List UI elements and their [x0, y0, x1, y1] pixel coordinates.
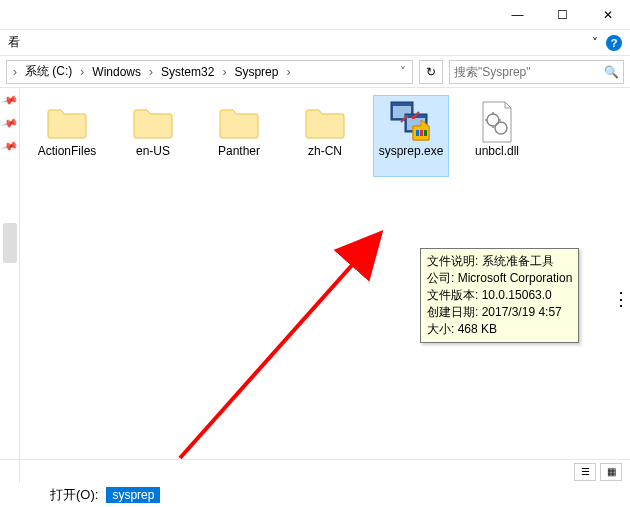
chevron-icon: ›: [284, 65, 292, 79]
chevron-icon: ›: [78, 65, 86, 79]
pin-icon[interactable]: 📌: [0, 114, 19, 132]
minimize-button[interactable]: —: [495, 0, 540, 30]
dll-icon: [473, 100, 521, 144]
chevron-icon: ›: [147, 65, 155, 79]
close-button[interactable]: ✕: [585, 0, 630, 30]
search-icon[interactable]: 🔍: [604, 65, 619, 79]
file-item-sysprep[interactable]: sysprep.exe: [374, 96, 448, 176]
breadcrumb-dropdown-icon[interactable]: ˅: [398, 65, 408, 79]
svg-rect-4: [416, 130, 419, 136]
item-label: ActionFiles: [36, 144, 99, 158]
right-edge-decoration: ⋮: [612, 288, 630, 310]
chevron-icon: ›: [11, 65, 19, 79]
svg-rect-6: [424, 130, 427, 136]
folder-icon: [129, 100, 177, 144]
file-list: ActionFiles en-US Panther zh-CN: [20, 88, 630, 483]
tooltip-company: 公司: Microsoft Corporation: [427, 270, 572, 287]
chevron-icon: ›: [220, 65, 228, 79]
breadcrumb-item[interactable]: 系统 (C:): [21, 63, 76, 80]
item-label: zh-CN: [306, 144, 344, 158]
address-bar: › 系统 (C:) › Windows › System32 › Sysprep…: [0, 56, 630, 88]
open-input[interactable]: sysprep: [106, 487, 160, 503]
item-label: sysprep.exe: [377, 144, 446, 158]
view-details-button[interactable]: ☰: [574, 463, 596, 481]
breadcrumb-item[interactable]: Sysprep: [230, 65, 282, 79]
folder-icon: [43, 100, 91, 144]
nav-sidebar: 📌 📌 📌: [0, 88, 20, 483]
item-label: Panther: [216, 144, 262, 158]
folder-icon: [301, 100, 349, 144]
exe-icon: [387, 100, 435, 144]
pin-icon[interactable]: 📌: [0, 91, 19, 109]
tooltip-size: 大小: 468 KB: [427, 321, 572, 338]
pin-icon[interactable]: 📌: [0, 137, 19, 155]
open-label: 打开(O):: [50, 486, 98, 504]
file-item-dll[interactable]: unbcl.dll: [460, 96, 534, 176]
bottom-bar: 打开(O): sysprep: [0, 483, 630, 507]
refresh-button[interactable]: ↻: [419, 60, 443, 84]
svg-rect-5: [420, 130, 423, 136]
maximize-button[interactable]: ☐: [540, 0, 585, 30]
tooltip-description: 文件说明: 系统准备工具: [427, 253, 572, 270]
ribbon: 看 ˅ ?: [0, 30, 630, 56]
breadcrumb-item[interactable]: System32: [157, 65, 218, 79]
item-label: unbcl.dll: [473, 144, 521, 158]
tooltip-date: 创建日期: 2017/3/19 4:57: [427, 304, 572, 321]
tooltip-version: 文件版本: 10.0.15063.0: [427, 287, 572, 304]
folder-item[interactable]: en-US: [116, 96, 190, 176]
ribbon-expand-icon[interactable]: ˅: [592, 36, 598, 50]
view-icons-button[interactable]: ▦: [600, 463, 622, 481]
folder-icon: [215, 100, 263, 144]
folder-item[interactable]: ActionFiles: [30, 96, 104, 176]
folder-item[interactable]: zh-CN: [288, 96, 362, 176]
titlebar: — ☐ ✕: [0, 0, 630, 30]
folder-item[interactable]: Panther: [202, 96, 276, 176]
item-label: en-US: [134, 144, 172, 158]
status-bar: ☰ ▦: [0, 459, 630, 483]
breadcrumb-item[interactable]: Windows: [88, 65, 145, 79]
help-icon[interactable]: ?: [606, 35, 622, 51]
breadcrumb[interactable]: › 系统 (C:) › Windows › System32 › Sysprep…: [6, 60, 413, 84]
search-input[interactable]: [454, 65, 604, 79]
file-tooltip: 文件说明: 系统准备工具 公司: Microsoft Corporation 文…: [420, 248, 579, 343]
sidebar-scrollbar[interactable]: [3, 223, 17, 263]
search-box[interactable]: 🔍: [449, 60, 624, 84]
ribbon-tab-view[interactable]: 看: [8, 34, 20, 51]
